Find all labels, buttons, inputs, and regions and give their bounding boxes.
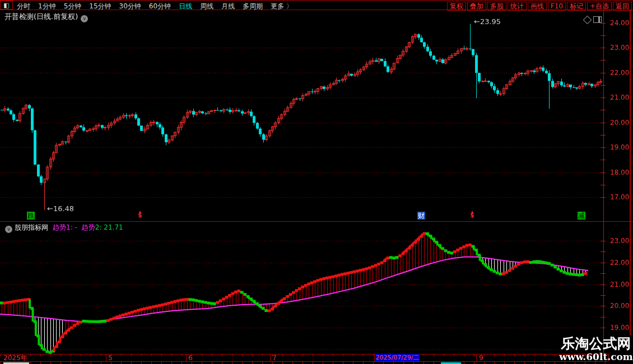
period-tab-1[interactable]: 1分钟 — [38, 2, 56, 10]
high-price-annotation: ←23.95 — [474, 17, 501, 26]
x-axis-month-label: 5 — [108, 354, 113, 362]
sell-signal-marker: ▲$ — [469, 211, 475, 218]
trend2-label: 趋势 — [82, 223, 95, 231]
window-split-icon[interactable]: ◧ — [0, 1, 13, 10]
x-axis-divider — [270, 354, 271, 361]
tool-button-0[interactable]: 复权 — [447, 2, 466, 11]
period-tab-5[interactable]: 60分钟 — [149, 2, 171, 10]
event-badge: 减 — [578, 212, 585, 220]
clipped-tick-row — [0, 362, 608, 364]
top-toolbar: ◧ 分时1分钟5分钟15分钟30分钟60分钟日线周线月线多周期更多 〉 复权叠加… — [0, 0, 633, 10]
indicator-name: 股朋指标网 — [15, 223, 48, 231]
watermark-site-url: www.60lt.com — [559, 352, 633, 362]
period-tab-8[interactable]: 月线 — [221, 2, 235, 10]
tool-button-1[interactable]: 叠加 — [467, 2, 486, 11]
period-tab-9[interactable]: 多周期 — [243, 2, 263, 10]
collapse-chevron-icon[interactable]: ∨ — [81, 15, 88, 22]
main-price-label: 23.00 — [610, 44, 632, 52]
sub-price-label: 19.00 — [610, 324, 632, 332]
main-price-label: 18.00 — [610, 169, 632, 176]
period-tabs: 分时1分钟5分钟15分钟30分钟60分钟日线周线月线多周期更多 〉 — [13, 0, 297, 11]
period-tab-0[interactable]: 分时 — [17, 2, 30, 10]
tool-button-6[interactable]: 标记 — [567, 2, 586, 11]
trend1-value: 趋势1: - — [53, 223, 77, 231]
sub-price-label: 20.00 — [610, 302, 632, 310]
x-axis-month-label: 6 — [188, 354, 193, 362]
sub-price-label: 22.00 — [610, 259, 632, 267]
period-tab-6[interactable]: 日线 — [179, 2, 192, 10]
symbol-title: 开普检测(日线.前复权) — [4, 12, 78, 21]
main-price-label: 21.00 — [610, 94, 632, 101]
x-axis-divider — [374, 354, 375, 361]
main-price-label: 22.00 — [610, 69, 632, 77]
x-axis-month-label: 9 — [479, 354, 483, 362]
event-badge: 跌 — [27, 212, 35, 220]
chart-title: 开普检测(日线.前复权)∨ — [4, 12, 88, 22]
panel-separator — [0, 221, 633, 222]
main-price-label: 24.00 — [610, 19, 632, 27]
tool-button-4[interactable]: 画线 — [528, 2, 547, 11]
x-axis-divider — [186, 354, 187, 361]
period-tab-4[interactable]: 30分钟 — [119, 2, 141, 10]
x-axis-year-label: 2025年 — [3, 354, 27, 362]
main-price-label: 19.00 — [610, 143, 632, 151]
main-candlestick-chart[interactable] — [0, 10, 633, 222]
main-price-label: 20.00 — [610, 119, 632, 127]
axis-tick-row — [0, 354, 608, 356]
x-axis-month-label: 7 — [272, 354, 277, 362]
sub-price-label: 23.00 — [610, 237, 632, 245]
period-tab-2[interactable]: 5分钟 — [64, 2, 82, 10]
indicator-header: ∨股朋指标网趋势1: -趋势2: 21.71 — [2, 223, 123, 233]
x-axis-divider — [106, 354, 106, 361]
trend2-value: 2: 21.71 — [95, 223, 123, 231]
sell-signal-marker: ▲$ — [137, 211, 143, 218]
tool-buttons: 复权叠加多股统计画线F10标记+自选返回 — [447, 0, 633, 11]
main-price-label: 17.00 — [610, 193, 632, 201]
watermark-site-name: 乐淘公式网 — [559, 336, 633, 352]
tool-button-7[interactable]: +自选 — [587, 2, 612, 11]
tool-button-2[interactable]: 多股 — [487, 2, 506, 11]
x-axis-divider — [476, 354, 477, 361]
event-badge: 财 — [417, 212, 425, 220]
window-layout-icon[interactable] — [593, 16, 602, 23]
period-tab-7[interactable]: 周线 — [200, 2, 213, 10]
period-tab-3[interactable]: 15分钟 — [89, 2, 111, 10]
tool-button-5[interactable]: F10 — [548, 2, 566, 11]
trading-app-window: ◧ 分时1分钟5分钟15分钟30分钟60分钟日线周线月线多周期更多 〉 复权叠加… — [0, 0, 633, 364]
period-tab-10[interactable]: 更多 〉 — [271, 2, 293, 10]
indicator-chart[interactable] — [0, 222, 633, 354]
highlighted-date[interactable]: 2025/07/29/二 — [375, 354, 420, 361]
tool-button-3[interactable]: 统计 — [508, 2, 527, 11]
low-price-annotation: ←16.48 — [47, 204, 74, 213]
collapse-chevron-icon[interactable]: ∨ — [5, 226, 12, 233]
sub-price-label: 21.00 — [610, 281, 632, 288]
tool-button-8[interactable]: 返回 — [613, 2, 632, 11]
